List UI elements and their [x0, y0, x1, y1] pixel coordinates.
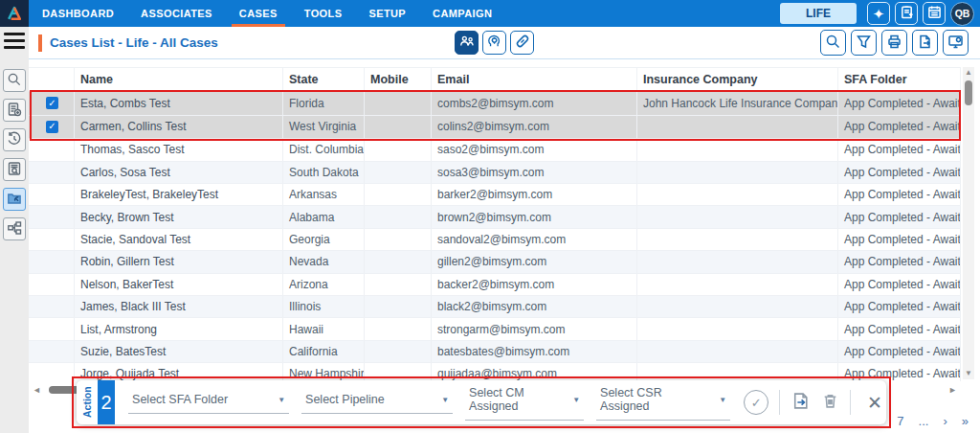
pagination-item[interactable]: 7	[897, 414, 903, 428]
sidebar-add-record-button[interactable]	[3, 99, 26, 122]
list-mode-icons	[455, 31, 534, 55]
action-dropdown[interactable]: Select CM Assigned ▼	[465, 384, 584, 421]
table-row[interactable]: Nelson, BakerTest Arizona backer2@bimsym…	[29, 274, 961, 296]
table-row[interactable]: Becky, Brown Test Alabama brown2@bimsym.…	[29, 206, 961, 228]
row-checkbox[interactable]: ✓	[46, 121, 58, 133]
nav-menu-item[interactable]: TOOLS	[291, 0, 356, 27]
table-row[interactable]: BrakeleyTest, BrakeleyTest Arkansas bark…	[29, 184, 961, 206]
attachment-button[interactable]	[510, 31, 534, 55]
sparkle-ai-button[interactable]: ✦	[867, 2, 890, 25]
scroll-left-icon[interactable]: ◄	[33, 385, 41, 395]
app-logo-icon[interactable]	[0, 0, 29, 27]
divider	[779, 390, 780, 415]
search-button[interactable]	[820, 30, 846, 56]
column-header[interactable]: Name	[75, 68, 283, 91]
menu-toggle-icon[interactable]	[4, 33, 25, 49]
table-row[interactable]: ✓ Carmen, Collins Test West Virginia col…	[29, 116, 961, 140]
nav-menu-item[interactable]: DASHBOARD	[29, 0, 127, 27]
table-row[interactable]: ✓ Esta, Combs Test Florida combs2@bimsym…	[29, 92, 961, 116]
cell-state: Arkansas	[283, 184, 365, 205]
action-dropdown[interactable]: Select SFA Folder ▼	[128, 391, 289, 414]
export-selected-button[interactable]	[791, 391, 811, 415]
cell-checkbox: ✓	[29, 92, 75, 115]
action-dropdown[interactable]: Select Pipeline ▼	[301, 391, 453, 414]
scroll-down-icon[interactable]: ▼	[965, 368, 972, 379]
nav-menu-item[interactable]: CAMPAIGN	[419, 0, 505, 27]
nav-menu-item[interactable]: SETUP	[355, 0, 419, 27]
vertical-scrollbar[interactable]: ▲ ▼	[963, 67, 974, 379]
printer-icon	[886, 34, 902, 53]
pagination-item[interactable]: ...	[919, 414, 929, 428]
cell-checkbox	[29, 251, 75, 272]
close-action-panel-button[interactable]: ✕	[863, 392, 886, 414]
cell-insurance-company	[637, 229, 838, 250]
table-row[interactable]: Carlos, Sosa Test South Dakota sosa3@bim…	[29, 162, 961, 184]
sidebar-folder-link-button[interactable]	[3, 188, 26, 211]
table-row[interactable]: Stacie, Sandoval Test Georgia sandoval2@…	[29, 229, 961, 251]
nav-menu-item[interactable]: ASSOCIATES	[127, 0, 226, 27]
column-header[interactable]: SFA Folder	[838, 68, 961, 91]
cell-insurance-company	[637, 296, 838, 317]
ai-head-icon	[487, 34, 502, 52]
cell-mobile	[365, 296, 432, 317]
new-task-button[interactable]	[895, 2, 918, 25]
scroll-up-icon[interactable]: ▲	[965, 67, 972, 79]
cell-insurance-company	[637, 139, 838, 160]
cell-email: batesbates@bimsym.com	[432, 341, 637, 362]
cell-state: Nevada	[283, 251, 365, 272]
row-checkbox[interactable]: ✓	[46, 97, 58, 109]
cell-mobile	[365, 116, 432, 139]
export-button[interactable]	[912, 30, 938, 56]
document-export-icon	[791, 391, 811, 415]
pagination-item[interactable]: »	[962, 414, 969, 428]
table-row[interactable]: Thomas, Sasco Test Dist. Columbia saso2@…	[29, 139, 961, 161]
action-dropdown[interactable]: Select CSR Assigned ▼	[596, 384, 730, 421]
scroll-right-icon[interactable]: ►	[948, 385, 957, 395]
table-row[interactable]: List, Armstrong Hawaii strongarm@bimsym.…	[29, 318, 961, 340]
vertical-scroll-thumb[interactable]	[965, 80, 972, 105]
system-settings-button[interactable]	[943, 30, 969, 56]
chevron-down-icon: ▼	[719, 396, 726, 404]
assign-people-button[interactable]	[455, 31, 479, 55]
cell-insurance-company	[637, 184, 838, 205]
sidebar-history-button[interactable]	[3, 128, 26, 151]
user-badge[interactable]: QB	[950, 2, 974, 26]
clipboard-add-icon	[900, 5, 914, 22]
document-add-icon	[7, 102, 22, 120]
left-sidebar	[0, 27, 29, 433]
column-header[interactable]: Insurance Company	[637, 68, 838, 91]
column-header[interactable]: State	[283, 68, 365, 91]
delete-selected-button[interactable]	[821, 392, 839, 414]
filter-button[interactable]	[851, 30, 877, 56]
sidebar-preview-button[interactable]	[3, 158, 26, 181]
bulk-action-panel: Action 2 Select SFA Folder ▼ Select Pipe…	[77, 380, 886, 424]
life-mode-button[interactable]: LIFE	[780, 3, 857, 24]
people-group-icon	[459, 34, 475, 52]
chevron-down-icon: ▼	[572, 396, 580, 404]
cell-checkbox	[29, 274, 75, 295]
paperclip-icon	[515, 34, 530, 52]
cell-mobile	[365, 162, 432, 183]
sidebar-hierarchy-button[interactable]	[3, 217, 26, 240]
table-row[interactable]: Suzie, BatesTest California batesbates@b…	[29, 341, 961, 363]
cell-name: Nelson, BakerTest	[75, 274, 283, 295]
cell-mobile	[365, 318, 432, 339]
nav-menu-item[interactable]: CASES	[226, 0, 291, 27]
ai-insight-button[interactable]	[482, 31, 506, 55]
cell-checkbox	[29, 184, 75, 205]
sidebar-search-button[interactable]	[3, 69, 26, 92]
table-row[interactable]: James, Black III Test Illinois black2@bi…	[29, 296, 961, 318]
print-button[interactable]	[881, 30, 907, 56]
column-header[interactable]: Mobile	[365, 68, 432, 91]
table-row[interactable]: Jorge, Quijada Test New Hampshire quijad…	[29, 363, 961, 381]
calendar-button[interactable]	[923, 2, 946, 25]
monitor-gear-icon	[947, 34, 964, 53]
column-header[interactable]: Email	[432, 68, 637, 91]
apply-button[interactable]: ✓	[744, 390, 768, 415]
cell-name: Stacie, Sandoval Test	[75, 229, 283, 250]
cell-name: Thomas, Sasco Test	[75, 139, 283, 160]
table-row[interactable]: Robin, Gillern Test Nevada gillen2@bimsy…	[29, 251, 961, 273]
sparkle-icon: ✦	[873, 7, 885, 21]
cell-name: Carmen, Collins Test	[75, 116, 283, 139]
pagination-item[interactable]: ›	[943, 414, 947, 428]
